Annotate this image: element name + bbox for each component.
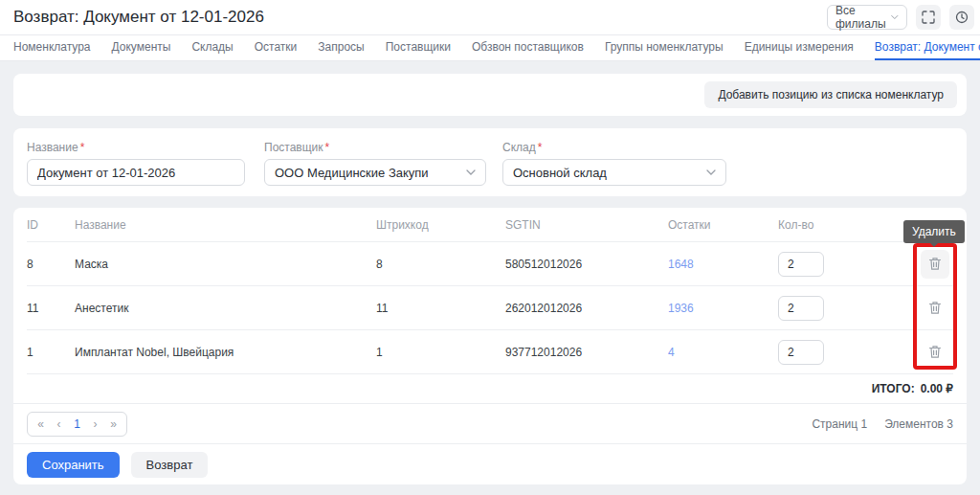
pager-next-button[interactable]: › [86, 417, 104, 431]
pagination-info: Страниц 1 Элементов 3 [812, 417, 953, 431]
table-row: 1 Имплантат Nobel, Швейцария 1 937712012… [27, 330, 953, 374]
warehouse-select[interactable]: Основной склад [502, 159, 726, 186]
required-mark: * [325, 141, 330, 154]
table-row: 11 Анестетик 11 262012012026 1936 [27, 286, 953, 330]
col-qty: Кол-во [778, 218, 917, 232]
stock-link[interactable]: 1936 [668, 302, 694, 315]
row-sgtin: 580512012026 [505, 258, 668, 271]
field-warehouse: Склад* Основной склад [502, 141, 726, 196]
pager: « ‹ 1 › » [27, 412, 127, 437]
tab-item[interactable]: Обзвон поставщиков [472, 35, 584, 60]
actions-row: Сохранить Возврат [13, 443, 967, 484]
warehouse-select-value: Основной склад [513, 166, 607, 180]
col-name: Название [75, 218, 376, 232]
row-name: Анестетик [75, 302, 376, 315]
items-table-card: Удалить ID Название Штрихкод SGTIN Остат… [13, 208, 967, 484]
row-barcode: 11 [376, 302, 505, 315]
delete-button[interactable] [921, 338, 949, 367]
row-id: 1 [27, 346, 75, 359]
add-position-button[interactable]: Добавить позицию из списка номенклатур [704, 81, 957, 108]
delete-tooltip: Удалить [903, 220, 965, 243]
field-supplier: Поставщик* ООО Медицинские Закупи [264, 141, 486, 196]
qty-input[interactable] [778, 340, 824, 365]
name-input[interactable] [27, 159, 245, 186]
row-sgtin: 262012012026 [505, 302, 668, 315]
fullscreen-button[interactable] [916, 5, 941, 30]
row-name: Маска [75, 258, 376, 271]
delete-button[interactable] [921, 250, 949, 279]
row-barcode: 1 [376, 346, 505, 359]
document-form: Название* Поставщик* ООО Медицинские Зак… [13, 128, 967, 196]
col-barcode: Штрихкод [376, 218, 505, 232]
tab-item[interactable]: Склады [191, 35, 233, 60]
row-barcode: 8 [376, 258, 505, 271]
stock-link[interactable]: 1648 [668, 258, 694, 271]
tab-item[interactable]: Группы номенклатуры [605, 35, 724, 60]
clock-icon [955, 11, 969, 24]
col-id: ID [27, 218, 75, 232]
field-warehouse-label: Склад [502, 141, 536, 154]
pager-last-button[interactable]: » [104, 417, 122, 431]
return-button[interactable]: Возврат [131, 452, 209, 478]
required-mark: * [538, 141, 543, 154]
tab-item[interactable]: Возврат: Документ от 12-01-2026 [875, 35, 980, 60]
items-table: ID Название Штрихкод SGTIN Остатки Кол-в… [13, 208, 967, 374]
toolbar-card: Добавить позицию из списка номенклатур [13, 74, 967, 116]
qty-input[interactable] [778, 252, 824, 277]
table-body: 8 Маска 8 580512012026 1648 11 Анестетик… [27, 242, 953, 374]
trash-icon [928, 345, 942, 359]
totals-label: ИТОГО: [872, 382, 915, 395]
row-name: Имплантат Nobel, Швейцария [75, 346, 376, 359]
trash-icon [928, 301, 942, 315]
pager-current-page[interactable]: 1 [68, 417, 86, 431]
field-supplier-label: Поставщик [264, 141, 323, 154]
stock-link[interactable]: 4 [668, 346, 675, 359]
tab-item[interactable]: Единицы измерения [745, 35, 854, 60]
col-sgtin: SGTIN [505, 218, 668, 232]
tab-bar: НоменклатураДокументыСкладыОстаткиЗапрос… [0, 35, 980, 61]
field-name: Название* [27, 141, 245, 196]
branch-select[interactable]: Все филиалы [827, 5, 907, 30]
top-bar: Возврат: Документ от 12-01-2026 Все фили… [0, 0, 980, 35]
tab-item[interactable]: Документы [112, 35, 171, 60]
chevron-down-icon [891, 14, 899, 20]
chevron-down-icon [466, 169, 476, 175]
table-header: ID Название Штрихкод SGTIN Остатки Кол-в… [27, 208, 953, 242]
fullscreen-icon [922, 11, 935, 24]
col-stock: Остатки [668, 218, 778, 232]
totals-row: ИТОГО: 0.00 ₽ [13, 374, 967, 403]
pager-prev-button[interactable]: ‹ [50, 417, 68, 431]
row-id: 11 [27, 302, 75, 315]
supplier-select-value: ООО Медицинские Закупи [275, 166, 429, 180]
chevron-down-icon [706, 169, 716, 175]
required-mark: * [80, 141, 85, 154]
tab-item[interactable]: Запросы [318, 35, 364, 60]
supplier-select[interactable]: ООО Медицинские Закупи [264, 159, 486, 186]
tab-item[interactable]: Поставщики [386, 35, 451, 60]
topbar-controls: Все филиалы [827, 5, 974, 30]
tab-item[interactable]: Номенклатура [13, 35, 91, 60]
field-name-label: Название [27, 141, 78, 154]
save-button[interactable]: Сохранить [27, 452, 120, 478]
row-sgtin: 937712012026 [505, 346, 668, 359]
pages-count: Страниц 1 [812, 417, 867, 431]
items-count: Элементов 3 [884, 417, 953, 431]
pager-first-button[interactable]: « [32, 417, 50, 431]
branch-select-value: Все филиалы [835, 4, 891, 31]
delete-button[interactable] [921, 294, 949, 323]
trash-icon [928, 257, 942, 271]
tab-item[interactable]: Остатки [255, 35, 298, 60]
history-button[interactable] [949, 5, 974, 30]
page-title: Возврат: Документ от 12-01-2026 [13, 8, 264, 27]
totals-value: 0.00 ₽ [921, 382, 953, 395]
pagination-row: « ‹ 1 › » Страниц 1 Элементов 3 [13, 403, 967, 443]
table-row: 8 Маска 8 580512012026 1648 [27, 242, 953, 286]
row-id: 8 [27, 258, 75, 271]
qty-input[interactable] [778, 296, 824, 321]
